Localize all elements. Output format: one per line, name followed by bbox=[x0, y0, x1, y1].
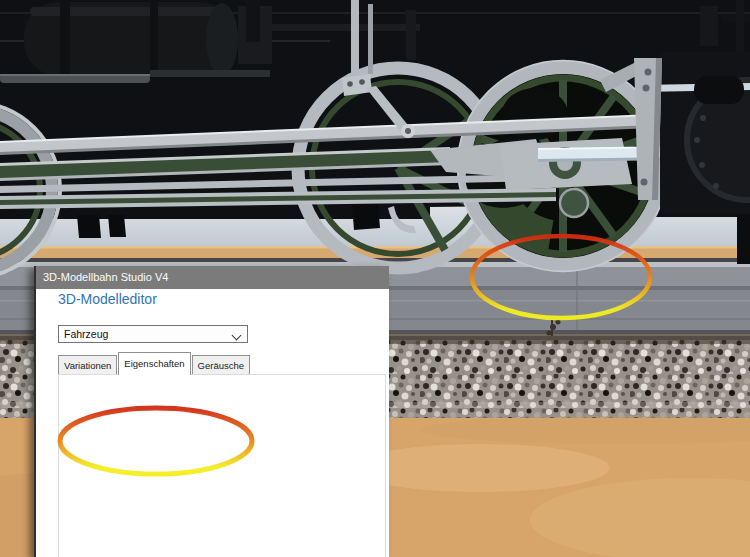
tab-variationen[interactable]: Variationen bbox=[58, 355, 117, 375]
app-screenshot: 3D-Modellbahn Studio V4 3D-Modelleditor … bbox=[0, 0, 750, 557]
chevron-down-icon bbox=[232, 331, 242, 341]
tab-bar: Variationen Eigenschaften Geräusche bbox=[58, 352, 251, 375]
model-type-select[interactable]: Fahrzeug bbox=[58, 325, 248, 343]
model-editor-dialog: 3D-Modellbahn Studio V4 3D-Modelleditor … bbox=[34, 266, 389, 557]
tab-eigenschaften[interactable]: Eigenschaften bbox=[118, 352, 190, 375]
dialog-titlebar[interactable]: 3D-Modellbahn Studio V4 bbox=[36, 266, 389, 289]
tab-geraeusche[interactable]: Geräusche bbox=[192, 355, 250, 375]
dialog-title: 3D-Modellbahn Studio V4 bbox=[36, 271, 168, 283]
model-type-value: Fahrzeug bbox=[64, 326, 229, 343]
page-title: 3D-Modelleditor bbox=[58, 291, 157, 307]
tab-panel bbox=[58, 374, 386, 557]
